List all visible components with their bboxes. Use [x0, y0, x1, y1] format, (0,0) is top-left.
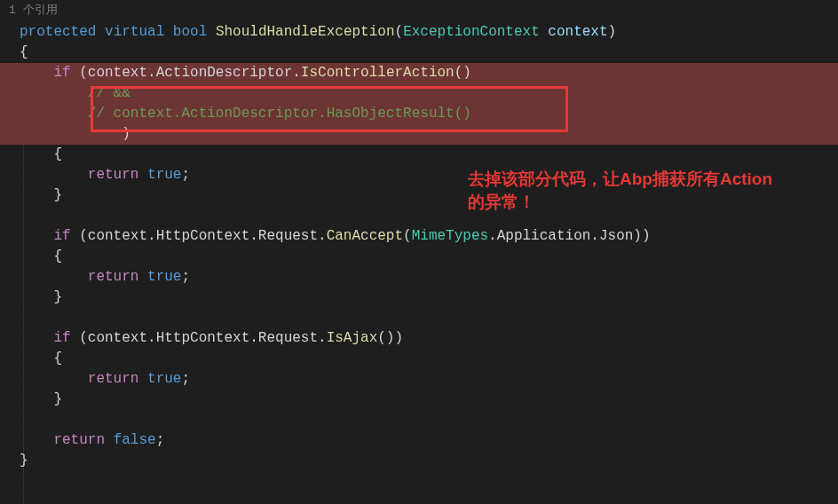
- code-line-blank: [20, 410, 838, 430]
- code-line-brace: }: [20, 390, 838, 410]
- code-line-brace: }: [20, 287, 838, 308]
- annotation-line1: 去掉该部分代码，让Abp捕获所有Action: [468, 168, 772, 191]
- annotation-line2: 的异常！: [468, 191, 772, 214]
- code-line-brace: {: [20, 145, 838, 165]
- code-line-brace-close: }: [20, 451, 838, 471]
- code-line-brace-open: {: [20, 43, 838, 63]
- code-line-brace: {: [20, 247, 838, 267]
- code-line-return4: return false;: [20, 430, 838, 451]
- code-line-if3: if (context.HttpContext.Request.IsAjax()…: [20, 328, 838, 349]
- code-line-brace: {: [20, 349, 838, 369]
- code-editor[interactable]: protected virtual bool ShouldHandleExcep…: [0, 18, 838, 471]
- code-line-paren-close: ): [0, 124, 838, 145]
- reference-count: 1 个引用: [0, 0, 838, 18]
- code-line-return2: return true;: [20, 267, 838, 287]
- code-line-blank: [20, 308, 838, 328]
- code-line-comment2: // context.ActionDescriptor.HasObjectRes…: [0, 104, 838, 124]
- code-line-if2: if (context.HttpContext.Request.CanAccep…: [20, 226, 838, 247]
- code-line-signature: protected virtual bool ShouldHandleExcep…: [20, 22, 838, 43]
- code-line-if1: if (context.ActionDescriptor.IsControlle…: [0, 63, 838, 83]
- annotation-text: 去掉该部分代码，让Abp捕获所有Action 的异常！: [468, 168, 772, 214]
- code-line-return3: return true;: [20, 369, 838, 390]
- code-line-comment1: // &&: [0, 83, 838, 104]
